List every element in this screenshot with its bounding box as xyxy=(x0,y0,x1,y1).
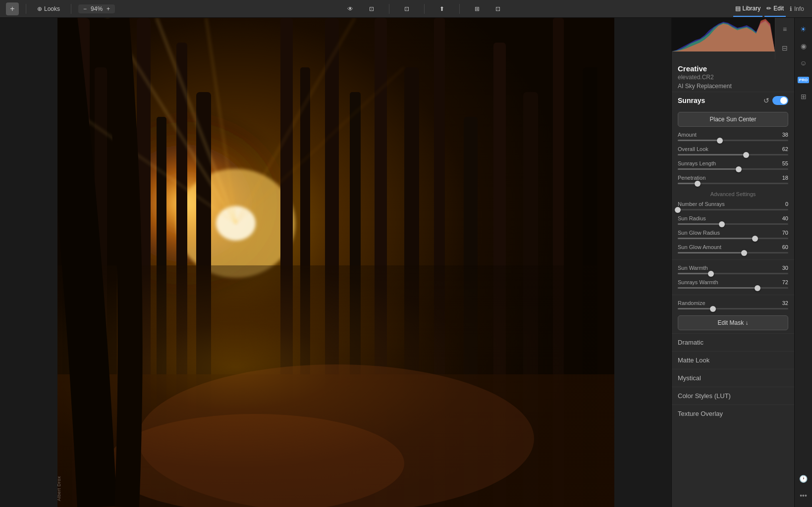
slider-randomize: Randomize 32 xyxy=(672,298,794,312)
sliders-icon-btn[interactable]: ⊟ xyxy=(777,41,792,55)
separator-3 xyxy=(389,4,389,14)
list-item-mystical[interactable]: Mystical xyxy=(672,369,794,387)
panel-list: Dramatic Matte Look Mystical Color Style… xyxy=(672,333,794,422)
ai-sky-replacement-link[interactable]: AI Sky Replacement xyxy=(678,83,788,90)
history-icon-btn[interactable]: 🕐 xyxy=(796,471,811,486)
face-icon-btn[interactable]: ☺ xyxy=(796,55,811,70)
toolbar: + ⊕ Looks − 94% + 👁 ⊡ ⊡ ⬆ ⊞ ⊡ ▤ Library … xyxy=(0,0,812,18)
separator-2 xyxy=(71,4,71,14)
overall-look-track[interactable] xyxy=(678,154,788,155)
sun-radius-track[interactable] xyxy=(678,223,788,225)
divider-2 xyxy=(672,295,794,295)
separator-4 xyxy=(424,4,425,14)
sunrays-section-header: Sunrays ↺ xyxy=(672,92,794,109)
main-area: Albert Drox xyxy=(0,18,812,507)
far-right-icons: ☀ ◉ ☺ PRO ⊞ 🕐 ••• xyxy=(794,18,812,507)
slider-number-of-sunrays: Number of Sunrays 0 xyxy=(672,199,794,213)
histogram xyxy=(672,18,775,51)
advanced-settings-label: Advanced Settings xyxy=(672,187,794,199)
fullscreen-button[interactable]: ⊡ xyxy=(491,3,504,14)
section-title: Creative xyxy=(678,64,788,73)
photo-credit: Albert Drox xyxy=(57,476,61,501)
slider-sun-warmth: Sun Warmth 30 xyxy=(672,263,794,277)
zoom-control: − 94% + xyxy=(78,4,115,13)
edit-mask-button[interactable]: Edit Mask ↓ xyxy=(678,315,788,330)
panel-side-icons: ≡ ⊟ xyxy=(775,18,794,59)
sun-glow-radius-track[interactable] xyxy=(678,238,788,239)
slider-sunrays-length: Sunrays Length 55 xyxy=(672,158,794,173)
panel-content: Creative elevated.CR2 AI Sky Replacement… xyxy=(672,59,794,507)
histogram-svg xyxy=(672,18,775,51)
slider-sunrays-warmth: Sunrays Warmth 72 xyxy=(672,277,794,292)
histogram-area: ≡ ⊟ xyxy=(672,18,794,59)
forest-svg xyxy=(57,18,614,507)
right-panel: ≡ ⊟ Creative elevated.CR2 AI Sky Replace… xyxy=(671,18,794,507)
sunrays-controls: ↺ xyxy=(763,96,788,105)
looks-button[interactable]: ⊕ Looks xyxy=(33,3,64,14)
slider-sun-glow-amount: Sun Glow Amount 60 xyxy=(672,242,794,256)
toolbar-right: ▤ Library ✏ Edit ℹ Info xyxy=(733,1,806,17)
photo-area: Albert Drox xyxy=(0,18,671,507)
slider-sun-radius: Sun Radius 40 xyxy=(672,213,794,228)
amount-track[interactable] xyxy=(678,140,788,141)
section-header: Creative elevated.CR2 AI Sky Replacement xyxy=(672,59,794,92)
penetration-track[interactable] xyxy=(678,183,788,184)
advanced-sliders: Number of Sunrays 0 Sun Radius 40 xyxy=(672,199,794,312)
place-sun-center-button[interactable]: Place Sun Center xyxy=(678,112,788,127)
tab-info[interactable]: ℹ Info xyxy=(788,1,806,16)
list-item-matte-look[interactable]: Matte Look xyxy=(672,351,794,369)
grid-button[interactable]: ⊞ xyxy=(471,3,484,14)
tab-edit[interactable]: ✏ Edit xyxy=(764,1,786,17)
slider-amount: Amount 38 xyxy=(672,130,794,144)
looks-label: Looks xyxy=(44,5,60,12)
preview-button[interactable]: 👁 xyxy=(343,3,357,14)
info-icon: ℹ xyxy=(790,5,792,12)
slider-overall-look: Overall Look 62 xyxy=(672,144,794,158)
library-icon: ▤ xyxy=(735,5,741,12)
toolbar-center: 👁 ⊡ ⊡ ⬆ ⊞ ⊡ xyxy=(119,3,729,14)
list-item-color-styles[interactable]: Color Styles (LUT) xyxy=(672,387,794,405)
slider-sun-glow-radius: Sun Glow Radius 70 xyxy=(672,228,794,242)
sunrays-warmth-track[interactable] xyxy=(678,287,788,289)
slider-penetration: Penetration 18 xyxy=(672,173,794,187)
photo-canvas: Albert Drox xyxy=(57,18,614,507)
zoom-in-button[interactable]: + xyxy=(105,5,112,12)
zoom-out-button[interactable]: − xyxy=(81,5,89,12)
more-options-icon-btn[interactable]: ••• xyxy=(796,488,811,503)
file-name: elevated.CR2 xyxy=(678,74,788,81)
export-button[interactable]: ⬆ xyxy=(435,3,448,14)
color-wheel-icon-btn[interactable]: ◉ xyxy=(796,39,811,53)
compare-button[interactable]: ⊡ xyxy=(365,3,378,14)
zoom-level: 94% xyxy=(91,5,103,12)
tab-library[interactable]: ▤ Library xyxy=(733,1,763,17)
number-of-sunrays-track[interactable] xyxy=(678,209,788,210)
list-item-dramatic[interactable]: Dramatic xyxy=(672,333,794,351)
edit-icon: ✏ xyxy=(766,5,771,12)
sunrays-length-track[interactable] xyxy=(678,168,788,170)
sun-warmth-track[interactable] xyxy=(678,273,788,274)
pro-badge-btn[interactable]: PRO xyxy=(796,72,811,87)
layers-icon-btn[interactable]: ≡ xyxy=(777,22,792,37)
layers-icon-btn-right[interactable]: ⊞ xyxy=(796,89,811,104)
randomize-track[interactable] xyxy=(678,308,788,309)
separator-1 xyxy=(26,4,26,14)
sunrays-title: Sunrays xyxy=(678,97,705,104)
crop-button[interactable]: ⊡ xyxy=(400,3,413,14)
sunrays-reset-button[interactable]: ↺ xyxy=(763,97,769,104)
looks-icon: ⊕ xyxy=(37,5,42,12)
separator-5 xyxy=(459,4,460,14)
divider-1 xyxy=(672,259,794,260)
sun-glow-amount-track[interactable] xyxy=(678,252,788,254)
list-item-texture-overlay[interactable]: Texture Overlay xyxy=(672,405,794,422)
sunrays-toggle[interactable] xyxy=(772,96,788,105)
add-button[interactable]: + xyxy=(6,2,19,15)
sun-adjust-icon-btn[interactable]: ☀ xyxy=(796,22,811,37)
main-sliders: Amount 38 Overall Look 62 xyxy=(672,130,794,187)
